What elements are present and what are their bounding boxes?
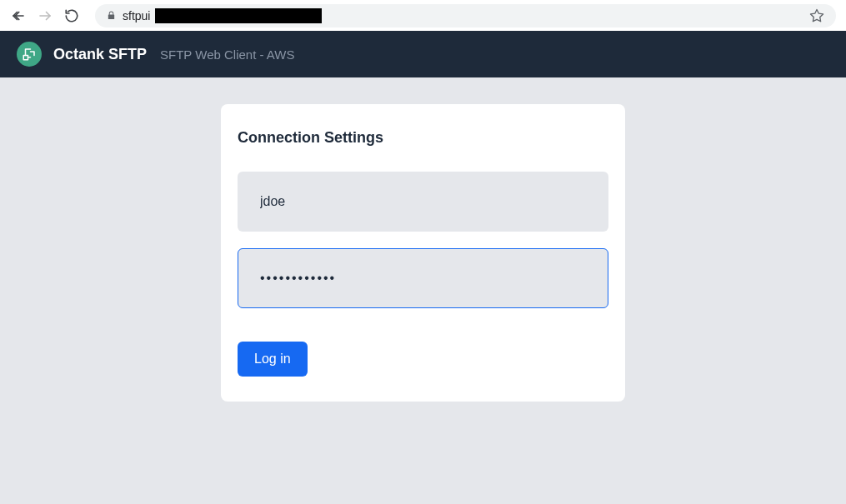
lock-icon	[107, 10, 116, 21]
app-logo	[17, 42, 42, 67]
transfer-icon	[22, 47, 37, 62]
url-redacted-block	[155, 8, 322, 23]
reload-button[interactable]	[63, 7, 80, 24]
login-button[interactable]: Log in	[238, 342, 308, 377]
bookmark-star-icon[interactable]	[809, 8, 824, 23]
card-title: Connection Settings	[238, 129, 608, 147]
app-header: Octank SFTP SFTP Web Client - AWS	[0, 31, 846, 77]
arrow-left-icon	[11, 8, 26, 23]
login-card: Connection Settings Log in	[221, 104, 625, 402]
main-content: Connection Settings Log in	[0, 77, 846, 504]
url-text: sftpui	[123, 9, 150, 22]
forward-button[interactable]	[37, 7, 53, 24]
svg-rect-3	[23, 56, 28, 60]
back-button[interactable]	[10, 7, 27, 24]
app-title: Octank SFTP	[53, 46, 147, 63]
reload-icon	[64, 8, 79, 23]
password-input[interactable]	[238, 248, 608, 308]
svg-marker-2	[811, 9, 823, 21]
app-subtitle: SFTP Web Client - AWS	[160, 47, 294, 62]
arrow-right-icon	[38, 8, 53, 23]
address-bar[interactable]: sftpui	[95, 4, 836, 27]
username-input[interactable]	[238, 172, 608, 232]
browser-toolbar: sftpui	[0, 0, 846, 31]
